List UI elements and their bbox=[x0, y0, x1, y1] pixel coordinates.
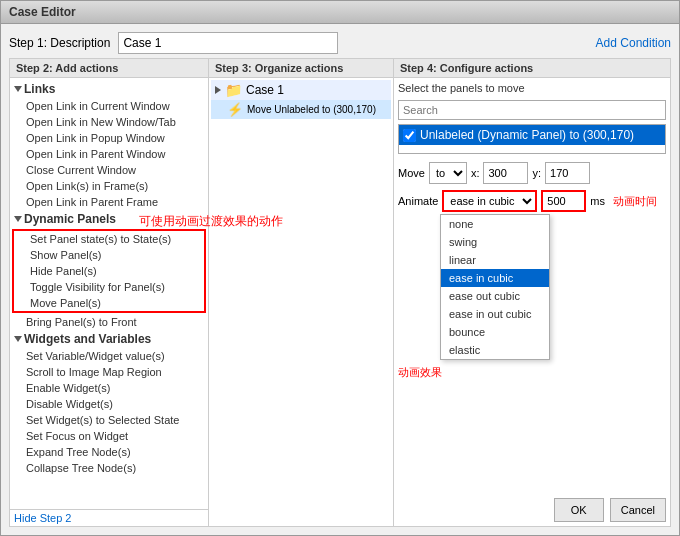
step4-panel: Step 4: Configure actions Select the pan… bbox=[394, 58, 671, 527]
step3-tree[interactable]: 📁 Case 1 ⚡ Move Unlabeled to (300,170) bbox=[209, 78, 393, 526]
action-open-link-parent-frame[interactable]: Open Link in Parent Frame bbox=[10, 194, 208, 210]
action-label: Move Unlabeled to (300,170) bbox=[247, 104, 376, 115]
dynamic-panels-collapse-icon bbox=[14, 216, 22, 222]
lightning-icon: ⚡ bbox=[227, 102, 243, 117]
step2-tree-list[interactable]: Links Open Link in Current Window Open L… bbox=[10, 78, 208, 507]
move-direction-select[interactable]: to by bbox=[429, 162, 467, 184]
action-set-variable[interactable]: Set Variable/Widget value(s) bbox=[10, 348, 208, 364]
action-set-panel-state[interactable]: Set Panel state(s) to State(s) bbox=[14, 231, 204, 247]
action-open-link-frames[interactable]: Open Link(s) in Frame(s) bbox=[10, 178, 208, 194]
animate-controls: Animate none swing linear ease in cubic … bbox=[398, 190, 657, 212]
action-collapse-tree[interactable]: Collapse Tree Node(s) bbox=[10, 460, 208, 476]
case-expand-icon bbox=[215, 86, 221, 94]
animate-effects-chinese-label: 动画效果 bbox=[398, 365, 442, 380]
ok-button[interactable]: OK bbox=[554, 498, 604, 522]
ms-label: ms bbox=[590, 195, 605, 207]
action-open-link-new[interactable]: Open Link in New Window/Tab bbox=[10, 114, 208, 130]
action-expand-tree[interactable]: Expand Tree Node(s) bbox=[10, 444, 208, 460]
dropdown-swing[interactable]: swing bbox=[441, 233, 549, 251]
cancel-button[interactable]: Cancel bbox=[610, 498, 666, 522]
links-label: Links bbox=[24, 82, 55, 96]
case-folder-icon: 📁 bbox=[225, 82, 242, 98]
steps-container: Step 2: Add actions Links Open Link in C… bbox=[9, 58, 671, 527]
animate-label: Animate bbox=[398, 195, 438, 207]
step3-header: Step 3: Organize actions bbox=[209, 59, 393, 78]
action-move-item[interactable]: ⚡ Move Unlabeled to (300,170) bbox=[211, 100, 391, 119]
links-collapse-icon bbox=[14, 86, 22, 92]
widgets-label: Widgets and Variables bbox=[24, 332, 151, 346]
case-label: Case 1 bbox=[246, 83, 284, 97]
dynamic-panels-label: Dynamic Panels bbox=[24, 212, 116, 226]
action-show-panel[interactable]: Show Panel(s) bbox=[14, 247, 204, 263]
dropdown-ease-out-cubic[interactable]: ease out cubic bbox=[441, 287, 549, 305]
step2-panel: Step 2: Add actions Links Open Link in C… bbox=[9, 58, 209, 527]
animate-time-input[interactable] bbox=[541, 190, 586, 212]
dropdown-ease-in-cubic[interactable]: ease in cubic bbox=[441, 269, 549, 287]
step1-label: Step 1: Description bbox=[9, 36, 110, 50]
section-widgets[interactable]: Widgets and Variables bbox=[10, 330, 208, 348]
y-coord-input[interactable] bbox=[545, 162, 590, 184]
description-input[interactable] bbox=[118, 32, 338, 54]
x-label: x: bbox=[471, 167, 480, 179]
y-label: y: bbox=[532, 167, 541, 179]
step1-row: Step 1: Description Add Condition bbox=[9, 32, 671, 54]
case-item[interactable]: 📁 Case 1 bbox=[211, 80, 391, 100]
animate-type-select[interactable]: none swing linear ease in cubic ease out… bbox=[442, 190, 537, 212]
action-scroll-image[interactable]: Scroll to Image Map Region bbox=[10, 364, 208, 380]
action-enable-widget[interactable]: Enable Widget(s) bbox=[10, 380, 208, 396]
panel-checkbox[interactable] bbox=[403, 129, 416, 142]
dropdown-none[interactable]: none bbox=[441, 215, 549, 233]
step3-panel: Step 3: Organize actions 📁 Case 1 ⚡ Move… bbox=[209, 58, 394, 527]
step4-sub-header: Select the panels to move bbox=[398, 82, 666, 94]
action-set-focus[interactable]: Set Focus on Widget bbox=[10, 428, 208, 444]
action-hide-panel[interactable]: Hide Panel(s) bbox=[14, 263, 204, 279]
x-coord-input[interactable] bbox=[483, 162, 528, 184]
window-title: Case Editor bbox=[9, 5, 76, 19]
case-editor-window: Case Editor Step 1: Description Add Cond… bbox=[0, 0, 680, 536]
move-config-row: Move to by x: y: bbox=[398, 162, 666, 184]
add-condition-link[interactable]: Add Condition bbox=[596, 36, 671, 50]
action-close-window[interactable]: Close Current Window bbox=[10, 162, 208, 178]
animate-config-row: Animate none swing linear ease in cubic … bbox=[398, 190, 666, 360]
hide-step2-link[interactable]: Hide Step 2 bbox=[10, 509, 208, 526]
action-disable-widget[interactable]: Disable Widget(s) bbox=[10, 396, 208, 412]
step2-header: Step 2: Add actions bbox=[10, 59, 208, 78]
animate-dropdown[interactable]: none swing linear ease in cubic ease out… bbox=[440, 214, 550, 360]
action-bring-front[interactable]: Bring Panel(s) to Front bbox=[10, 314, 208, 330]
action-open-link-parent[interactable]: Open Link in Parent Window bbox=[10, 146, 208, 162]
section-links[interactable]: Links bbox=[10, 80, 208, 98]
action-toggle-visibility[interactable]: Toggle Visibility for Panel(s) bbox=[14, 279, 204, 295]
move-label: Move bbox=[398, 167, 425, 179]
widgets-collapse-icon bbox=[14, 336, 22, 342]
panel-list-item[interactable]: Unlabeled (Dynamic Panel) to (300,170) bbox=[399, 125, 665, 145]
section-dynamic-panels[interactable]: Dynamic Panels bbox=[10, 210, 208, 228]
title-bar: Case Editor bbox=[1, 1, 679, 24]
action-open-link-popup[interactable]: Open Link in Popup Window bbox=[10, 130, 208, 146]
action-open-link-current[interactable]: Open Link in Current Window bbox=[10, 98, 208, 114]
dropdown-linear[interactable]: linear bbox=[441, 251, 549, 269]
action-set-widget-selected[interactable]: Set Widget(s) to Selected State bbox=[10, 412, 208, 428]
panel-item-label: Unlabeled (Dynamic Panel) to (300,170) bbox=[420, 128, 634, 142]
dropdown-bounce[interactable]: bounce bbox=[441, 323, 549, 341]
ok-cancel-row: OK Cancel bbox=[398, 494, 666, 522]
step4-header: Step 4: Configure actions bbox=[394, 59, 670, 78]
animate-time-chinese-label: 动画时间 bbox=[613, 194, 657, 209]
dropdown-ease-in-out-cubic[interactable]: ease in out cubic bbox=[441, 305, 549, 323]
dropdown-elastic[interactable]: elastic bbox=[441, 341, 549, 359]
action-move-panel[interactable]: Move Panel(s) bbox=[14, 295, 204, 311]
panel-search-input[interactable] bbox=[398, 100, 666, 120]
panel-list: Unlabeled (Dynamic Panel) to (300,170) bbox=[398, 124, 666, 154]
